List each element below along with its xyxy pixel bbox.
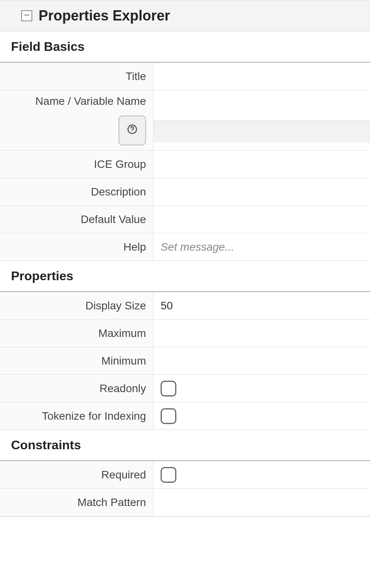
row-match-pattern: Match Pattern (0, 489, 370, 516)
properties-explorer-panel: − Properties Explorer Field Basics Title… (0, 0, 370, 517)
panel-title: Properties Explorer (39, 7, 170, 24)
row-title: Title (0, 63, 370, 90)
input-name[interactable] (154, 98, 370, 120)
label-ice-group: ICE Group (0, 151, 154, 178)
label-name-text: Name / Variable Name (35, 95, 146, 108)
row-tokenize: Tokenize for Indexing (0, 402, 370, 430)
input-help[interactable] (154, 233, 370, 261)
checkbox-required[interactable] (161, 467, 176, 483)
input-match-pattern[interactable] (154, 489, 370, 516)
collapse-toggle-icon[interactable]: − (21, 10, 32, 21)
input-description[interactable] (154, 178, 370, 205)
input-minimum[interactable] (154, 347, 370, 374)
label-description: Description (0, 178, 154, 205)
row-help: Help (0, 233, 370, 261)
label-tokenize: Tokenize for Indexing (0, 402, 154, 430)
svg-point-1 (132, 131, 132, 132)
label-default-value: Default Value (0, 206, 154, 233)
input-ice-group[interactable] (154, 151, 370, 178)
label-match-pattern: Match Pattern (0, 489, 154, 516)
input-display-size[interactable] (154, 292, 370, 319)
input-title[interactable] (154, 63, 370, 90)
question-icon (127, 124, 137, 137)
label-help: Help (0, 233, 154, 261)
label-title: Title (0, 63, 154, 90)
name-help-button[interactable] (118, 115, 146, 145)
row-ice-group: ICE Group (0, 151, 370, 178)
checkbox-tokenize[interactable] (161, 408, 176, 424)
label-required: Required (0, 461, 154, 488)
input-maximum[interactable] (154, 320, 370, 347)
section-header-field-basics: Field Basics (0, 32, 370, 63)
row-description: Description (0, 178, 370, 206)
input-default-value[interactable] (154, 206, 370, 233)
row-readonly: Readonly (0, 375, 370, 402)
label-name-variable: Name / Variable Name (0, 90, 154, 150)
row-default-value: Default Value (0, 206, 370, 233)
section-header-properties: Properties (0, 261, 370, 292)
label-readonly: Readonly (0, 375, 154, 402)
label-minimum: Minimum (0, 347, 154, 374)
section-header-constraints: Constraints (0, 430, 370, 461)
input-variable-name[interactable] (154, 121, 370, 143)
checkbox-readonly[interactable] (161, 381, 176, 396)
row-maximum: Maximum (0, 320, 370, 347)
row-display-size: Display Size (0, 292, 370, 320)
row-required: Required (0, 461, 370, 489)
label-maximum: Maximum (0, 320, 154, 347)
row-name-variable: Name / Variable Name (0, 90, 370, 151)
label-display-size: Display Size (0, 292, 154, 319)
panel-header: − Properties Explorer (0, 0, 370, 32)
row-minimum: Minimum (0, 347, 370, 375)
